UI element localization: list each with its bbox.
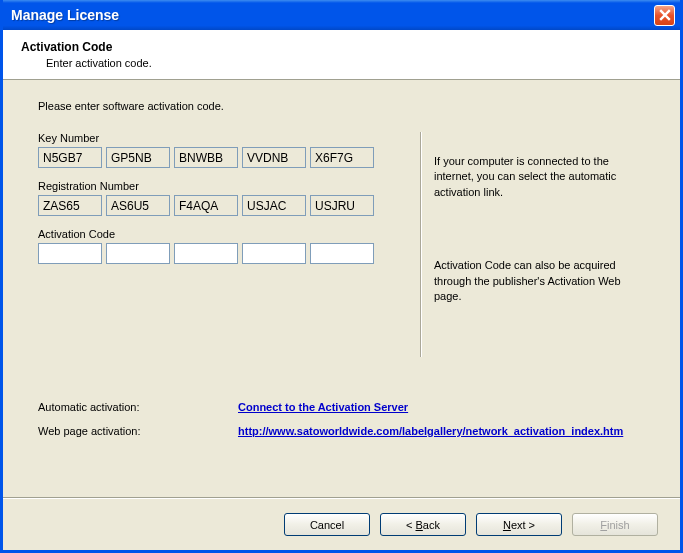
links-section: Automatic activation: Connect to the Act…	[38, 401, 650, 449]
registration-number-3	[174, 195, 238, 216]
key-number-5	[310, 147, 374, 168]
wizard-header-description: Enter activation code.	[46, 57, 680, 69]
info-paragraph-1: If your computer is connected to the int…	[434, 154, 650, 200]
automatic-activation-link[interactable]: Connect to the Activation Server	[238, 401, 408, 413]
cancel-button[interactable]: Cancel	[284, 513, 370, 536]
activation-code-3[interactable]	[174, 243, 238, 264]
key-number-4	[242, 147, 306, 168]
finish-button: Finish	[572, 513, 658, 536]
instruction-text: Please enter software activation code.	[38, 100, 650, 112]
activation-code-4[interactable]	[242, 243, 306, 264]
key-number-3	[174, 147, 238, 168]
registration-number-2	[106, 195, 170, 216]
wizard-header: Activation Code Enter activation code.	[3, 30, 680, 80]
info-column: If your computer is connected to the int…	[434, 132, 650, 357]
webpage-activation-label: Web page activation:	[38, 425, 238, 437]
activation-code-1[interactable]	[38, 243, 102, 264]
license-wizard-window: Manage License Activation Code Enter act…	[0, 0, 683, 553]
info-paragraph-2: Activation Code can also be acquired thr…	[434, 258, 650, 304]
key-number-1	[38, 147, 102, 168]
back-button[interactable]: < Back	[380, 513, 466, 536]
wizard-content: Please enter software activation code. K…	[3, 80, 680, 498]
registration-number-1	[38, 195, 102, 216]
activation-code-5[interactable]	[310, 243, 374, 264]
key-number-2	[106, 147, 170, 168]
key-number-label: Key Number	[38, 132, 408, 144]
titlebar: Manage License	[3, 0, 680, 30]
registration-number-5	[310, 195, 374, 216]
content-columns: Key Number Registration Number Activ	[38, 132, 650, 357]
wizard-footer: Cancel < Back Next > Finish	[3, 498, 680, 550]
activation-code-row	[38, 243, 408, 264]
input-column: Key Number Registration Number Activ	[38, 132, 408, 357]
window-title: Manage License	[11, 7, 654, 23]
webpage-activation-link[interactable]: http://www.satoworldwide.com/labelgaller…	[238, 425, 623, 437]
key-number-row	[38, 147, 408, 168]
activation-code-label: Activation Code	[38, 228, 408, 240]
registration-number-label: Registration Number	[38, 180, 408, 192]
next-button[interactable]: Next >	[476, 513, 562, 536]
registration-number-row	[38, 195, 408, 216]
vertical-divider	[420, 132, 422, 357]
automatic-activation-row: Automatic activation: Connect to the Act…	[38, 401, 650, 413]
wizard-header-title: Activation Code	[21, 40, 680, 54]
activation-code-2[interactable]	[106, 243, 170, 264]
webpage-activation-row: Web page activation: http://www.satoworl…	[38, 425, 650, 437]
close-icon	[659, 9, 671, 21]
registration-number-4	[242, 195, 306, 216]
close-button[interactable]	[654, 5, 675, 26]
automatic-activation-label: Automatic activation:	[38, 401, 238, 413]
